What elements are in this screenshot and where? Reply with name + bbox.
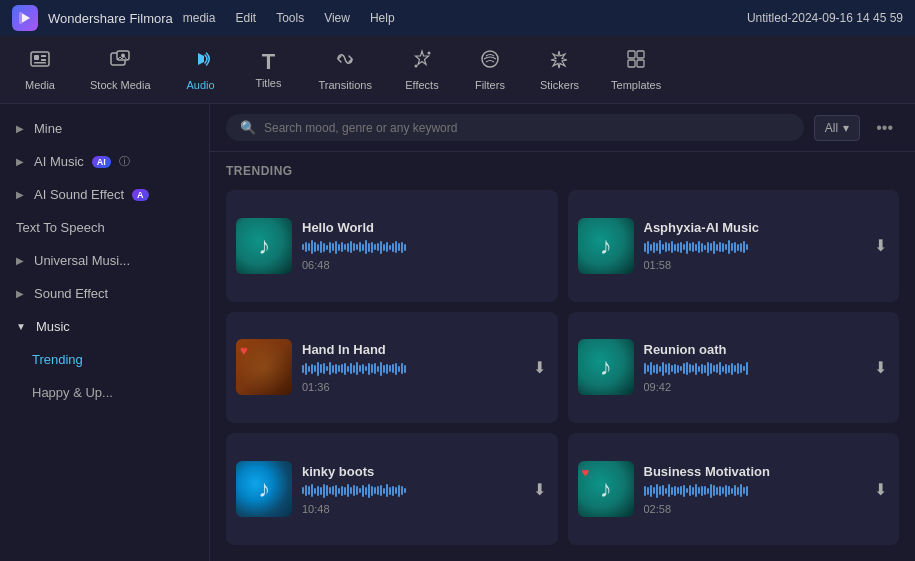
svg-rect-13 — [628, 51, 635, 58]
asphyxia-title: Asphyxia-AI Music — [644, 220, 863, 235]
mine-arrow-icon: ▶ — [16, 123, 24, 134]
reunion-download-btn[interactable]: ⬇ — [872, 356, 889, 379]
hand-in-hand-title: Hand In Hand — [302, 342, 521, 357]
sidebar-item-ai-sound-effect[interactable]: ▶ AI Sound Effect A — [0, 178, 209, 211]
music-grid: ♪ Hello World 06:48 ♪ Asphyxia-AI Music — [210, 184, 915, 561]
transitions-icon — [334, 48, 356, 75]
music-card-reunion-oath[interactable]: ♪ Reunion oath 09:42 ⬇ — [568, 312, 900, 424]
reunion-duration: 09:42 — [644, 381, 863, 393]
business-motivation-info: Business Motivation 02:58 — [644, 464, 863, 515]
toolbar-stickers[interactable]: Stickers — [526, 42, 593, 97]
search-bar: 🔍 All ▾ ••• — [210, 104, 915, 152]
sidebar-item-sound-effect[interactable]: ▶ Sound Effect — [0, 277, 209, 310]
menu-view[interactable]: View — [324, 11, 350, 25]
asphyxia-download-btn[interactable]: ⬇ — [872, 234, 889, 257]
trending-section-label: TRENDING — [210, 152, 915, 184]
media-label: Media — [25, 79, 55, 91]
heart-icon-2: ♥ — [582, 465, 590, 480]
business-motivation-title: Business Motivation — [644, 464, 863, 479]
hello-world-title: Hello World — [302, 220, 548, 235]
toolbar-filters[interactable]: Filters — [458, 42, 522, 97]
app-logo — [12, 5, 38, 31]
toolbar-titles[interactable]: T Titles — [237, 45, 301, 95]
hand-in-hand-download-btn[interactable]: ⬇ — [531, 356, 548, 379]
menu-tools[interactable]: Tools — [276, 11, 304, 25]
toolbar-transitions[interactable]: Transitions — [305, 42, 386, 97]
business-motivation-download-btn[interactable]: ⬇ — [872, 478, 889, 501]
toolbar-media[interactable]: Media — [8, 42, 72, 97]
sidebar-item-happy-up[interactable]: Happy & Up... — [0, 376, 209, 409]
toolbar-audio[interactable]: Audio — [169, 42, 233, 97]
sidebar-item-trending[interactable]: Trending — [0, 343, 209, 376]
universal-music-arrow-icon: ▶ — [16, 255, 24, 266]
kinky-boots-title: kinky boots — [302, 464, 521, 479]
sidebar-ai-sound-label: AI Sound Effect — [34, 187, 124, 202]
music-card-asphyxia[interactable]: ♪ Asphyxia-AI Music 01:58 ⬇ — [568, 190, 900, 302]
ai-music-arrow-icon: ▶ — [16, 156, 24, 167]
reunion-thumb: ♪ — [578, 339, 634, 395]
hand-in-hand-actions: ⬇ — [531, 356, 548, 379]
sound-effect-arrow-icon: ▶ — [16, 288, 24, 299]
sidebar-universal-music-label: Universal Musi... — [34, 253, 130, 268]
svg-rect-15 — [628, 60, 635, 67]
main-layout: ▶ Mine ▶ AI Music AI ⓘ ▶ AI Sound Effect… — [0, 104, 915, 561]
svg-point-10 — [427, 52, 430, 55]
music-card-hello-world[interactable]: ♪ Hello World 06:48 — [226, 190, 558, 302]
sidebar-item-mine[interactable]: ▶ Mine — [0, 112, 209, 145]
sidebar-item-ai-music[interactable]: ▶ AI Music AI ⓘ — [0, 145, 209, 178]
svg-point-11 — [414, 65, 417, 68]
kinky-boots-waveform — [302, 483, 521, 499]
menu-edit[interactable]: Edit — [235, 11, 256, 25]
search-more-button[interactable]: ••• — [870, 115, 899, 141]
reunion-actions: ⬇ — [872, 356, 889, 379]
kinky-boots-download-btn[interactable]: ⬇ — [531, 478, 548, 501]
stock-media-label: Stock Media — [90, 79, 151, 91]
menu-help[interactable]: Help — [370, 11, 395, 25]
menu-file[interactable]: media — [183, 11, 216, 25]
toolbar-effects[interactable]: Effects — [390, 42, 454, 97]
kinky-boots-thumb: ♪ — [236, 461, 292, 517]
sidebar-item-music[interactable]: ▼ Music — [0, 310, 209, 343]
asphyxia-thumb: ♪ — [578, 218, 634, 274]
hello-world-info: Hello World 06:48 — [302, 220, 548, 271]
sidebar-sound-effect-label: Sound Effect — [34, 286, 108, 301]
music-card-hand-in-hand[interactable]: ♥ Hand In Hand 01:36 ⬇ — [226, 312, 558, 424]
ai-music-badge: AI — [92, 156, 111, 168]
hand-in-hand-info: Hand In Hand 01:36 — [302, 342, 521, 393]
happy-up-label: Happy & Up... — [32, 385, 113, 400]
business-motivation-waveform — [644, 483, 863, 499]
sidebar-item-universal-music[interactable]: ▶ Universal Musi... — [0, 244, 209, 277]
ai-sound-arrow-icon: ▶ — [16, 189, 24, 200]
titles-icon: T — [262, 51, 275, 73]
transitions-label: Transitions — [319, 79, 372, 91]
sidebar-item-text-to-speech[interactable]: Text To Speech — [0, 211, 209, 244]
business-motivation-thumb: ♥ ♪ — [578, 461, 634, 517]
kinky-boots-duration: 10:48 — [302, 503, 521, 515]
toolbar-stock-media[interactable]: Stock Media — [76, 42, 165, 97]
search-input[interactable] — [264, 121, 790, 135]
hello-world-thumb: ♪ — [236, 218, 292, 274]
media-icon — [29, 48, 51, 75]
sidebar-ai-music-label: AI Music — [34, 154, 84, 169]
title-bar-left: Wondershare Filmora media Edit Tools Vie… — [12, 5, 395, 31]
ai-music-info-icon: ⓘ — [119, 154, 130, 169]
search-input-wrapper: 🔍 — [226, 114, 804, 141]
stock-media-icon — [109, 48, 131, 75]
filter-label: All — [825, 121, 838, 135]
business-motivation-actions: ⬇ — [872, 478, 889, 501]
templates-icon — [625, 48, 647, 75]
stickers-icon — [548, 48, 570, 75]
asphyxia-waveform — [644, 239, 863, 255]
music-arrow-icon: ▼ — [16, 321, 26, 332]
title-bar: Wondershare Filmora media Edit Tools Vie… — [0, 0, 915, 36]
music-card-business-motivation[interactable]: ♥ ♪ Business Motivation 02:58 ⬇ — [568, 433, 900, 545]
search-filter-button[interactable]: All ▾ — [814, 115, 860, 141]
reunion-title: Reunion oath — [644, 342, 863, 357]
app-name: Wondershare Filmora — [48, 11, 173, 26]
heart-icon: ♥ — [240, 343, 248, 358]
toolbar-templates[interactable]: Templates — [597, 42, 675, 97]
hello-world-duration: 06:48 — [302, 259, 548, 271]
filters-icon — [479, 48, 501, 75]
music-card-kinky-boots[interactable]: ♪ kinky boots 10:48 ⬇ — [226, 433, 558, 545]
asphyxia-actions: ⬇ — [872, 234, 889, 257]
